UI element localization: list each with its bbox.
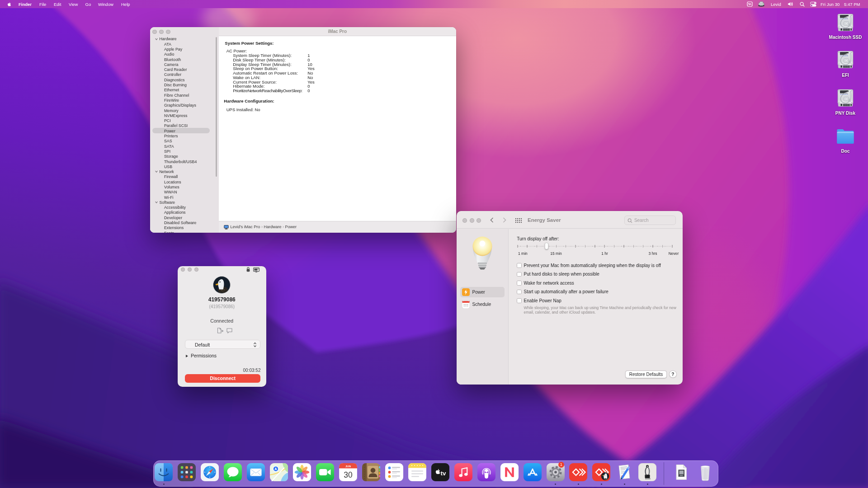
svg-text:30: 30 (344, 470, 353, 479)
svg-text:JUN: JUN (345, 465, 351, 467)
svg-text:tv: tv (440, 469, 446, 476)
